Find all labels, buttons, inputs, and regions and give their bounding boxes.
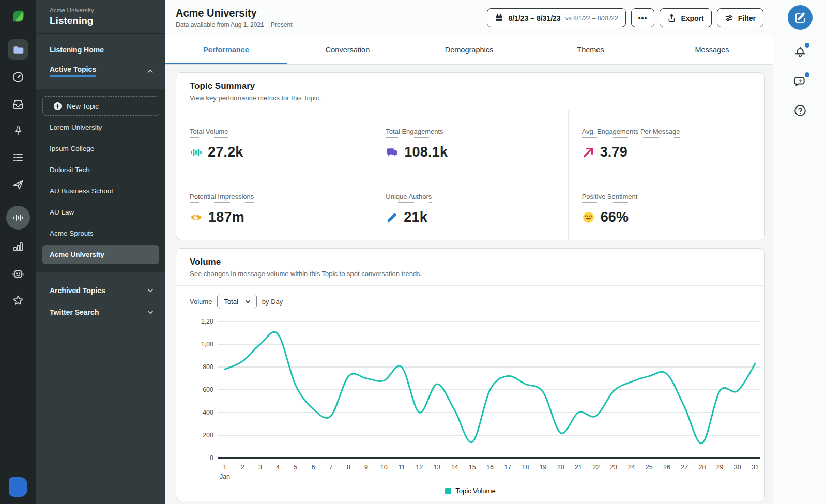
- svg-text:26: 26: [663, 464, 670, 471]
- volume-waveform-icon: [190, 146, 202, 159]
- svg-text:600: 600: [203, 386, 213, 393]
- export-button[interactable]: Export: [660, 8, 711, 27]
- listening-icon[interactable]: [6, 206, 30, 230]
- new-topic-button[interactable]: New Topic: [42, 96, 159, 116]
- page-subtitle: Data available from Aug 1, 2021 – Presen…: [176, 21, 292, 28]
- svg-text:29: 29: [716, 464, 724, 471]
- active-topics-list: New Topic Lorem University Ipsum College…: [36, 89, 165, 272]
- metric-value: 66%: [601, 209, 629, 225]
- notifications-bell-icon[interactable]: [792, 44, 808, 59]
- export-icon: [667, 13, 676, 22]
- chart-legend: Topic Volume: [176, 485, 764, 501]
- help-icon[interactable]: [792, 103, 808, 118]
- app-window: Acme University Listening Listening Home…: [0, 0, 827, 504]
- topic-summary-subtitle: View key performance metrics for this To…: [190, 94, 751, 102]
- svg-text:200: 200: [203, 432, 213, 439]
- primary-icon-rail: [0, 0, 36, 504]
- topic-item[interactable]: AU Law: [42, 203, 159, 222]
- svg-text:1: 1: [223, 464, 227, 471]
- workspace-logo[interactable]: [9, 477, 27, 497]
- filter-sliders-icon: [725, 13, 733, 22]
- list-icon[interactable]: [10, 150, 26, 165]
- tab-themes[interactable]: Themes: [530, 36, 651, 64]
- bot-icon[interactable]: [10, 266, 26, 281]
- folder-icon[interactable]: [8, 39, 28, 60]
- tab-demographics[interactable]: Demographics: [408, 36, 530, 64]
- metric-value: 27.2k: [208, 144, 243, 160]
- tab-performance[interactable]: Performance: [165, 36, 287, 64]
- volume-control-label: Volume: [190, 298, 212, 306]
- svg-text:28: 28: [698, 464, 706, 471]
- svg-text:19: 19: [540, 464, 547, 471]
- sidebar-item-twitter-search[interactable]: Twitter Search: [36, 301, 165, 323]
- chevron-down-icon: [147, 309, 154, 316]
- pin-icon[interactable]: [10, 123, 26, 139]
- inbox-icon[interactable]: [10, 96, 26, 112]
- chat-bubbles-icon: [386, 146, 399, 159]
- svg-text:4: 4: [276, 464, 280, 471]
- star-icon[interactable]: [10, 293, 26, 308]
- metric-avg-engagements: Avg. Engagements Per Message 3.79: [569, 110, 764, 175]
- trend-up-arrow-icon: [582, 146, 594, 159]
- svg-text:5: 5: [294, 464, 297, 471]
- svg-text:31: 31: [752, 464, 759, 471]
- tab-conversation[interactable]: Conversation: [287, 36, 408, 64]
- topic-item-selected[interactable]: Acme University: [42, 245, 159, 264]
- notification-badge: [805, 43, 809, 48]
- plus-circle-icon: [53, 102, 62, 111]
- svg-text:23: 23: [610, 464, 617, 471]
- svg-text:6: 6: [312, 464, 315, 471]
- quick-actions-icon[interactable]: [792, 73, 808, 89]
- topic-summary-card: Topic Summary View key performance metri…: [176, 72, 765, 240]
- calendar-icon: [495, 13, 503, 22]
- svg-text:2: 2: [241, 464, 244, 471]
- compose-icon: [794, 11, 806, 24]
- sidebar-item-archived-topics[interactable]: Archived Topics: [36, 280, 165, 301]
- svg-text:24: 24: [628, 464, 635, 471]
- gauge-icon[interactable]: [10, 69, 26, 85]
- topic-item[interactable]: Dolorsit Tech: [42, 160, 159, 179]
- filter-button[interactable]: Filter: [717, 8, 763, 27]
- utility-rail: [773, 0, 827, 504]
- publish-icon[interactable]: [10, 177, 26, 192]
- legend-swatch: [445, 488, 451, 494]
- topic-item[interactable]: AU Business School: [42, 181, 159, 201]
- sidebar-item-listening-home[interactable]: Listening Home: [36, 40, 165, 59]
- page-title: Acme University: [176, 7, 292, 19]
- workspace-name: Acme University: [50, 7, 152, 13]
- svg-text:16: 16: [486, 464, 494, 471]
- svg-text:22: 22: [592, 464, 600, 471]
- tab-messages[interactable]: Messages: [651, 36, 773, 64]
- topic-item[interactable]: Acme Sprouts: [42, 224, 159, 243]
- metric-potential-impressions: Potential Impressions 187m: [176, 175, 372, 240]
- compose-button[interactable]: [788, 5, 813, 30]
- metric-value: 21k: [404, 209, 427, 225]
- svg-text:1,00: 1,00: [201, 341, 213, 348]
- quick-actions-badge: [805, 72, 809, 77]
- topic-summary-title: Topic Summary: [190, 81, 751, 91]
- topic-item[interactable]: Ipsum College: [42, 139, 159, 158]
- sprout-logo: [10, 8, 26, 26]
- sidebar-header: Acme University Listening: [36, 0, 165, 34]
- date-range-button[interactable]: 8/1/23 – 8/31/23 vs 8/1/22 – 8/31/22: [487, 8, 625, 27]
- svg-text:27: 27: [681, 464, 688, 471]
- topic-item[interactable]: Lorem University: [42, 118, 159, 137]
- svg-text:14: 14: [451, 464, 458, 471]
- metric-positive-sentiment: Positive Sentiment 66%: [569, 175, 764, 240]
- svg-text:17: 17: [504, 464, 511, 471]
- product-name: Listening: [50, 15, 152, 26]
- metric-value: 3.79: [600, 144, 627, 160]
- more-options-button[interactable]: •••: [631, 8, 655, 27]
- svg-text:12: 12: [416, 464, 423, 471]
- reports-icon[interactable]: [10, 239, 26, 254]
- sidebar-item-active-topics[interactable]: Active Topics: [36, 59, 165, 83]
- svg-text:15: 15: [469, 464, 476, 471]
- svg-text:7: 7: [329, 464, 333, 471]
- volume-metric-select[interactable]: Total: [217, 294, 256, 309]
- svg-text:20: 20: [557, 464, 564, 471]
- volume-card: Volume See changes in message volume wit…: [176, 248, 765, 501]
- svg-text:21: 21: [575, 464, 582, 471]
- svg-text:18: 18: [522, 464, 529, 471]
- svg-text:800: 800: [203, 363, 213, 371]
- report-tabbar: Performance Conversation Demographics Th…: [165, 36, 773, 65]
